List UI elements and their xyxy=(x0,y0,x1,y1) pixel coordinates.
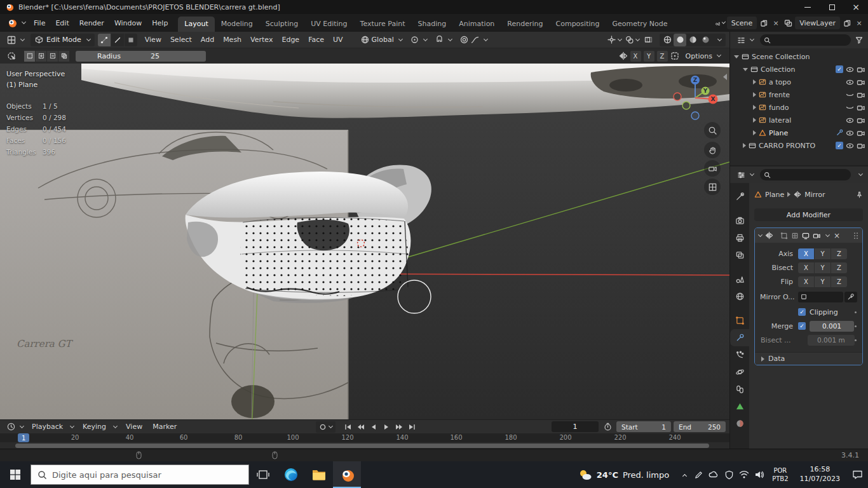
menu-marker[interactable]: Marker xyxy=(147,423,182,431)
record-options-dropdown[interactable] xyxy=(329,423,333,428)
flip-z-button[interactable]: Z xyxy=(831,276,847,287)
current-frame-field[interactable]: 1 xyxy=(552,421,599,432)
outliner-row-plane[interactable]: Plane xyxy=(730,126,868,139)
workspace-tab-texture-paint[interactable]: Texture Paint xyxy=(354,17,412,32)
tab-world[interactable] xyxy=(730,288,749,305)
transform-orientation-dropdown[interactable]: Global xyxy=(358,34,405,46)
pan-button[interactable] xyxy=(704,142,721,158)
tab-constraints[interactable] xyxy=(730,381,749,398)
tool-options-dropdown[interactable]: Options xyxy=(682,52,724,60)
outliner-editor-type-button[interactable] xyxy=(734,34,757,46)
shading-solid-button[interactable] xyxy=(674,34,686,46)
use-preview-range-button[interactable] xyxy=(601,421,614,433)
mirror-z-toggle[interactable]: Z xyxy=(657,51,668,62)
select-op-new[interactable] xyxy=(24,51,35,62)
mirror-object-field[interactable] xyxy=(798,292,844,302)
menu-help[interactable]: Help xyxy=(147,19,173,27)
gizmo-neg-x-axis[interactable] xyxy=(674,93,681,100)
realtime-display-toggle[interactable] xyxy=(802,232,810,240)
snap-dropdown[interactable] xyxy=(432,34,455,46)
render-display-toggle[interactable] xyxy=(813,232,820,240)
mirror-x-toggle[interactable]: X xyxy=(630,51,641,62)
camera-view-button[interactable] xyxy=(704,160,721,177)
add-modifier-button[interactable]: Add Modifier xyxy=(754,208,863,221)
menu-edge[interactable]: Edge xyxy=(277,36,304,44)
gizmo-neg-y-axis[interactable] xyxy=(682,102,690,109)
play-button[interactable] xyxy=(380,421,392,433)
breadcrumb-modifier[interactable]: Mirror xyxy=(804,191,825,199)
shading-wireframe-button[interactable] xyxy=(661,34,674,46)
modifier-panel-header[interactable]: × xyxy=(755,228,862,243)
outliner-row-fundo[interactable]: fundo xyxy=(730,101,868,114)
axis-z-button[interactable]: Z xyxy=(831,248,847,259)
tab-scene[interactable] xyxy=(730,271,749,288)
network-tray-icon[interactable] xyxy=(736,461,752,488)
menu-select[interactable]: Select xyxy=(166,36,196,44)
blender-taskbar-button[interactable] xyxy=(333,461,361,488)
outliner-row-lateral[interactable]: lateral xyxy=(730,114,868,126)
menu-playback[interactable]: Playback xyxy=(27,423,68,431)
mirror-y-toggle[interactable]: Y xyxy=(644,51,654,62)
tab-render[interactable] xyxy=(730,212,749,229)
camera-visibility-icon[interactable] xyxy=(857,116,865,125)
eyedropper-button[interactable] xyxy=(844,292,857,302)
gizmo-neg-z-axis[interactable] xyxy=(691,112,699,119)
workspace-tab-sculpting[interactable]: Sculpting xyxy=(259,17,304,32)
play-reverse-button[interactable] xyxy=(367,421,379,433)
hidden-icons-button[interactable] xyxy=(675,461,691,488)
tab-particles[interactable] xyxy=(730,346,749,363)
eye-closed-icon[interactable] xyxy=(846,104,854,112)
tab-object-data[interactable] xyxy=(730,398,749,415)
jump-end-button[interactable] xyxy=(405,421,417,433)
bisect-distance-field[interactable]: 0.001 m xyxy=(808,335,855,346)
maximize-button[interactable] xyxy=(820,0,844,14)
scene-browse-button[interactable] xyxy=(715,17,725,29)
eye-icon[interactable] xyxy=(846,129,854,137)
flip-x-button[interactable]: X xyxy=(798,276,814,287)
scrollbar-thumb[interactable] xyxy=(15,444,709,448)
menu-add[interactable]: Add xyxy=(196,36,219,44)
viewport-3d[interactable]: Carrera GT xyxy=(0,64,729,419)
select-op-subtract[interactable] xyxy=(47,51,58,62)
close-button[interactable]: × xyxy=(844,0,868,14)
bisect-x-button[interactable]: X xyxy=(798,262,814,273)
viewport-canvas[interactable]: Carrera GT xyxy=(0,64,729,419)
select-mode-vertex[interactable] xyxy=(98,34,111,46)
workspace-tab-modeling[interactable]: Modeling xyxy=(215,17,259,32)
shading-dropdown[interactable] xyxy=(712,34,724,46)
pivot-point-dropdown[interactable] xyxy=(407,34,430,46)
timeline-editor-type-button[interactable] xyxy=(4,421,27,433)
current-frame-marker[interactable]: 1 xyxy=(18,433,29,442)
menu-view[interactable]: View xyxy=(140,36,166,44)
camera-visibility-icon[interactable] xyxy=(857,129,865,137)
outliner-row-carro-pronto[interactable]: CARRO PRONTO ✓ xyxy=(730,139,868,152)
edge-taskbar-button[interactable] xyxy=(277,461,305,488)
viewlayer-icon-button[interactable] xyxy=(783,17,793,29)
scene-copy-button[interactable] xyxy=(759,17,769,29)
weather-widget[interactable]: 24°C Pred. limpo xyxy=(572,468,675,481)
menu-vertex[interactable]: Vertex xyxy=(246,36,277,44)
menu-face[interactable]: Face xyxy=(304,36,329,44)
tab-material[interactable] xyxy=(730,415,749,432)
viewlayer-remove-button[interactable]: × xyxy=(854,17,864,29)
workspace-tab-rendering[interactable]: Rendering xyxy=(501,17,549,32)
viewlayer-copy-button[interactable] xyxy=(842,17,852,29)
record-icon[interactable] xyxy=(319,423,327,431)
clipping-checkbox[interactable]: ✓ xyxy=(798,308,806,316)
outliner-search-input[interactable] xyxy=(760,34,851,46)
properties-filter-dropdown[interactable] xyxy=(854,169,864,180)
tab-view-layer[interactable] xyxy=(730,247,749,264)
end-frame-field[interactable]: End250 xyxy=(674,421,726,432)
menu-timeline-view[interactable]: View xyxy=(121,423,147,431)
edit-mode-display-toggle[interactable] xyxy=(780,232,788,240)
cage-display-toggle[interactable] xyxy=(791,232,799,240)
flip-y-button[interactable]: Y xyxy=(815,276,831,287)
jump-start-button[interactable] xyxy=(342,421,354,433)
scene-selector[interactable]: Scene xyxy=(727,17,757,29)
start-frame-field[interactable]: Start1 xyxy=(616,421,671,432)
menu-keying[interactable]: Keying xyxy=(78,423,111,431)
menu-file[interactable]: File xyxy=(29,19,50,27)
menu-render[interactable]: Render xyxy=(74,19,109,27)
properties-editor-type-button[interactable] xyxy=(734,168,757,181)
eye-icon[interactable] xyxy=(846,142,854,150)
